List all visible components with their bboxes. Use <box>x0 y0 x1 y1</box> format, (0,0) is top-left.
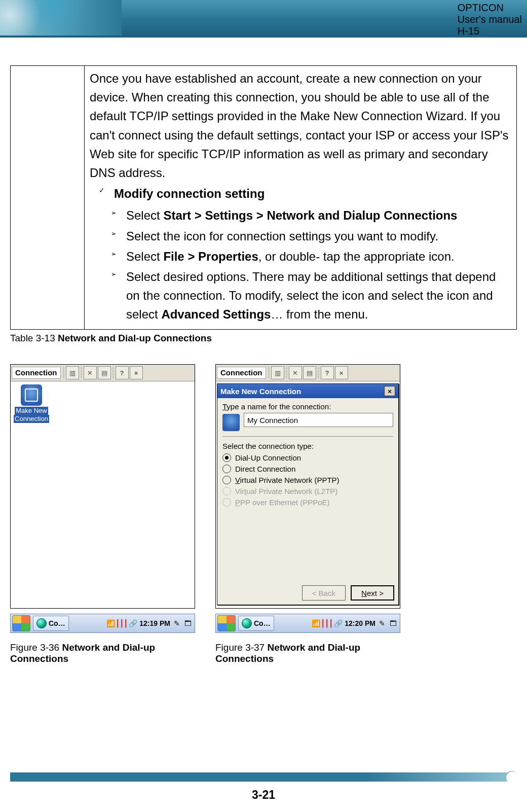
globe-icon <box>36 618 47 628</box>
help-button[interactable]: ? <box>321 366 334 379</box>
toolbar-title: Connection <box>12 367 61 379</box>
step-select-icon: Select the icon for connection settings … <box>111 227 511 245</box>
radio-dial-up[interactable]: Dial-Up Connection <box>222 453 393 462</box>
header-line1: OPTICON <box>458 2 522 14</box>
toolbar: Connection ▥ ✕ ▤ ? × <box>11 365 195 381</box>
header-decoration <box>0 0 122 36</box>
toolbar-separator <box>81 367 82 379</box>
toolbar-properties-icon[interactable]: ▤ <box>303 366 316 379</box>
window-body: Make New Connection <box>11 381 195 608</box>
figure-3-37: Connection ▥ ✕ ▤ ? × Make New Connection… <box>215 364 400 664</box>
page-number: 3-21 <box>0 788 527 802</box>
toolbar: Connection ▥ ✕ ▤ ? × <box>216 365 400 381</box>
window-body: Make New Connection × Type a name for th… <box>216 381 400 608</box>
header-text: OPTICON User's manual H-15 <box>458 2 522 36</box>
toolbar-separator <box>112 367 114 379</box>
connection-glyph-icon <box>222 414 240 431</box>
taskbar-clock[interactable]: 12:19 PM <box>139 619 170 627</box>
taskbar: Co… 📶 ┃┃┃ 🔗 12:19 PM ✎ 🗔 <box>10 614 195 633</box>
taskbar-clock[interactable]: 12:20 PM <box>345 619 375 627</box>
tray-network-icon[interactable]: 📶 <box>106 619 115 628</box>
radio-direct[interactable]: Direct Connection <box>222 465 393 473</box>
globe-icon <box>242 618 252 628</box>
tray-desktop-icon[interactable]: 🗔 <box>183 619 193 628</box>
taskbar-app-button[interactable]: Co… <box>238 616 274 631</box>
dialog-titlebar: Make New Connection × <box>217 384 398 398</box>
radio-pppoe: PPP over Ethernet (PPPoE) <box>222 498 393 507</box>
step-select-start: Select Start > Settings > Network and Di… <box>111 206 511 225</box>
radio-icon <box>222 487 231 496</box>
dialog-footer: < Back Next > <box>217 581 398 605</box>
name-label: Type a name for the connection: <box>222 402 393 411</box>
taskbar: Co… 📶 ┃┃┃ 🔗 12:20 PM ✎ 🗔 <box>215 614 400 633</box>
tray-pen-icon[interactable]: ✎ <box>172 619 181 628</box>
connection-glyph-icon <box>21 384 42 406</box>
table-caption: Table 3-13 Network and Dial-up Connectio… <box>10 333 517 344</box>
dialog-title-text: Make New Connection <box>220 387 301 396</box>
instructions-table: Once you have established an account, cr… <box>10 65 517 330</box>
make-new-connection-icon[interactable]: Make New Connection <box>14 384 49 422</box>
connection-window-2: Connection ▥ ✕ ▤ ? × Make New Connection… <box>215 364 400 609</box>
tray-network-icon[interactable]: 📶 <box>311 619 320 628</box>
close-button[interactable]: × <box>335 366 348 379</box>
connection-name-input[interactable] <box>244 413 393 427</box>
page-header: OPTICON User's manual H-15 <box>0 0 527 36</box>
system-tray: 📶 ┃┃┃ 🔗 12:20 PM ✎ 🗔 <box>309 619 400 628</box>
taskbar-app-button[interactable]: Co… <box>33 616 69 631</box>
figure-3-36: Connection ▥ ✕ ▤ ? × Make New Connection <box>10 364 195 664</box>
toolbar-delete-icon[interactable]: ✕ <box>84 366 97 379</box>
system-tray: 📶 ┃┃┃ 🔗 12:19 PM ✎ 🗔 <box>104 619 195 628</box>
tray-desktop-icon[interactable]: 🗔 <box>389 619 398 628</box>
figure-caption: Figure 3-36 Network and Dial-up Connecti… <box>10 642 195 664</box>
radio-icon <box>222 465 231 473</box>
make-new-connection-dialog: Make New Connection × Type a name for th… <box>217 383 399 605</box>
figure-caption: Figure 3-37 Network and Dial-up Connecti… <box>215 642 400 664</box>
table-left-cell <box>11 66 85 330</box>
divider <box>222 436 393 437</box>
start-button[interactable] <box>217 615 236 631</box>
header-line3: H-15 <box>458 25 522 36</box>
step-file-properties: Select File > Properties, or double- tap… <box>111 247 511 266</box>
radio-vpn-pptp[interactable]: Virtual Private Network (PPTP) <box>222 476 393 484</box>
toolbar-title: Connection <box>217 367 266 379</box>
next-button[interactable]: Next > <box>351 585 394 601</box>
footer-stripe <box>10 772 517 782</box>
radio-icon <box>222 476 231 484</box>
check-modify-connection: Modify connection setting <box>99 184 511 203</box>
tray-volume-icon[interactable]: ┃┃┃ <box>117 619 126 628</box>
help-button[interactable]: ? <box>116 366 129 379</box>
dialog-close-button[interactable]: × <box>384 386 395 396</box>
toolbar-view-icon[interactable]: ▥ <box>271 366 284 379</box>
toolbar-separator <box>63 367 64 379</box>
radio-icon <box>222 453 231 462</box>
start-button[interactable] <box>12 615 30 631</box>
step-advanced-settings: Select desired options. There may be add… <box>111 267 511 324</box>
header-line2: User's manual <box>458 14 522 25</box>
back-button: < Back <box>302 585 346 601</box>
intro-paragraph: Once you have established an account, cr… <box>90 69 511 182</box>
toolbar-view-icon[interactable]: ▥ <box>66 366 79 379</box>
tray-pen-icon[interactable]: ✎ <box>378 619 387 628</box>
select-type-label: Select the connection type: <box>222 442 393 450</box>
dialog-body: Type a name for the connection: Select t… <box>217 398 398 581</box>
radio-icon <box>222 498 231 507</box>
close-button[interactable]: × <box>130 366 143 379</box>
tray-connect-icon[interactable]: 🔗 <box>333 619 343 628</box>
radio-vpn-l2tp: Virtual Private Network (L2TP) <box>222 487 393 496</box>
toolbar-properties-icon[interactable]: ▤ <box>98 366 111 379</box>
connection-window-1: Connection ▥ ✕ ▤ ? × Make New Connection <box>10 364 195 609</box>
tray-volume-icon[interactable]: ┃┃┃ <box>322 619 331 628</box>
tray-connect-icon[interactable]: 🔗 <box>128 619 137 628</box>
toolbar-delete-icon[interactable]: ✕ <box>289 366 302 379</box>
table-content-cell: Once you have established an account, cr… <box>85 66 517 330</box>
